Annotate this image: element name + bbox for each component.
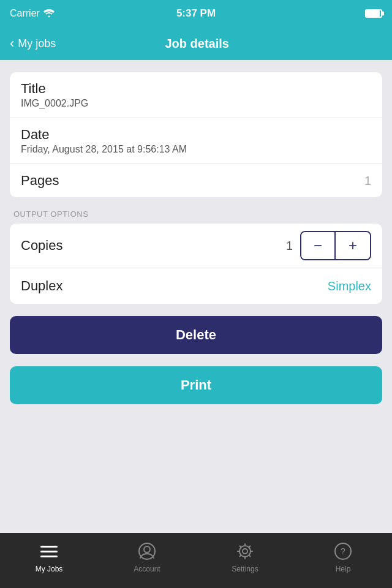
tab-bar: My Jobs Account Settings ?	[0, 533, 392, 588]
output-options-header: OUTPUT OPTIONS	[10, 209, 382, 224]
copies-stepper: − +	[300, 231, 371, 260]
tab-my-jobs-label: My Jobs	[36, 565, 63, 573]
title-label: Title	[21, 81, 371, 97]
duplex-label: Duplex	[21, 278, 62, 294]
job-info-card: Title IMG_0002.JPG Date Friday, August 2…	[10, 72, 382, 197]
main-content: Title IMG_0002.JPG Date Friday, August 2…	[0, 60, 392, 417]
status-bar: Carrier 5:37 PM	[0, 0, 392, 27]
carrier-text: Carrier	[10, 8, 40, 19]
carrier-wifi: Carrier	[10, 8, 55, 19]
tab-help[interactable]: ? Help	[294, 541, 392, 573]
account-icon	[137, 541, 157, 561]
copies-value: 1	[286, 239, 293, 253]
svg-point-3	[239, 546, 251, 557]
svg-point-2	[243, 549, 247, 554]
copies-row: Copies 1 − +	[10, 224, 382, 268]
date-label: Date	[21, 127, 371, 143]
title-row: Title IMG_0002.JPG	[10, 72, 382, 118]
date-value: Friday, August 28, 2015 at 9:56:13 AM	[21, 144, 371, 155]
nav-title: Job details	[61, 37, 333, 51]
tab-settings-label: Settings	[232, 565, 258, 573]
stepper-decrement-button[interactable]: −	[301, 232, 336, 259]
back-label: My jobs	[18, 37, 56, 50]
my-jobs-icon	[39, 541, 59, 561]
copies-label: Copies	[21, 238, 62, 254]
svg-point-1	[144, 546, 150, 552]
output-options-section: OUTPUT OPTIONS Copies 1 − + Duplex Simpl…	[10, 209, 382, 304]
output-options-card: Copies 1 − + Duplex Simplex	[10, 224, 382, 304]
duplex-value: Simplex	[328, 279, 371, 293]
help-icon: ?	[333, 541, 353, 561]
copies-control: 1 − +	[286, 231, 371, 260]
pages-row: Pages 1	[10, 164, 382, 197]
navigation-bar: ‹ My jobs Job details	[0, 27, 392, 60]
print-button[interactable]: Print	[10, 366, 382, 404]
tab-account-label: Account	[134, 565, 160, 573]
pages-value: 1	[364, 174, 371, 188]
title-value: IMG_0002.JPG	[21, 98, 371, 109]
battery-indicator	[365, 9, 382, 18]
tab-settings[interactable]: Settings	[196, 541, 294, 573]
tab-help-label: Help	[336, 565, 351, 573]
tab-account[interactable]: Account	[98, 541, 196, 573]
settings-icon	[235, 541, 255, 561]
back-button[interactable]: ‹ My jobs	[10, 36, 56, 51]
tab-my-jobs[interactable]: My Jobs	[0, 541, 98, 573]
back-chevron-icon: ‹	[10, 36, 14, 51]
stepper-increment-button[interactable]: +	[336, 232, 370, 259]
duplex-row[interactable]: Duplex Simplex	[10, 268, 382, 304]
delete-button[interactable]: Delete	[10, 316, 382, 354]
date-row: Date Friday, August 28, 2015 at 9:56:13 …	[10, 118, 382, 164]
status-time: 5:37 PM	[176, 7, 216, 20]
pages-label: Pages	[21, 173, 59, 189]
wifi-icon	[43, 9, 55, 19]
svg-text:?: ?	[341, 546, 345, 556]
